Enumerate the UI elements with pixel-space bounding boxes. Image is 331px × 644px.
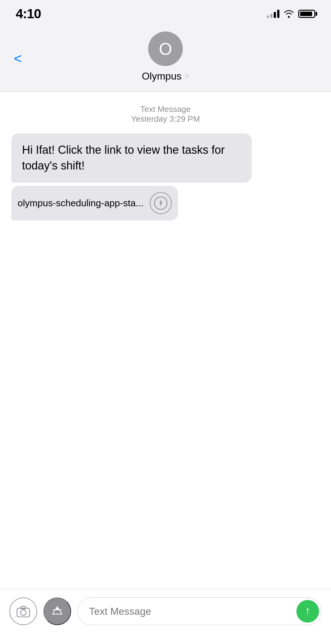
signal-icon — [267, 10, 279, 18]
compass-button[interactable] — [150, 192, 172, 214]
svg-rect-6 — [21, 606, 26, 609]
camera-icon — [16, 605, 30, 617]
message-bubble-text: Hi Ifat! Click the link to view the task… — [11, 133, 252, 183]
link-text[interactable]: olympus-scheduling-app-sta... — [18, 198, 143, 208]
messages-area: Text Message Yesterday 3:29 PM Hi Ifat! … — [0, 92, 331, 589]
message-timestamp: Text Message Yesterday 3:29 PM — [0, 92, 331, 133]
contact-name[interactable]: Olympus > — [142, 70, 189, 82]
message-bubble-link[interactable]: olympus-scheduling-app-sta... — [11, 186, 178, 220]
appstore-button[interactable] — [43, 597, 71, 625]
send-button[interactable]: ↑ — [296, 600, 319, 623]
status-bar: 4:10 — [0, 0, 331, 25]
status-icons — [267, 10, 315, 18]
input-bar: ↑ — [0, 589, 331, 644]
back-button[interactable]: < — [14, 52, 22, 65]
message-input[interactable] — [77, 597, 322, 625]
message-input-wrap: ↑ — [77, 597, 322, 625]
message-time-label: Yesterday 3:29 PM — [6, 114, 325, 124]
battery-icon — [298, 10, 315, 18]
nav-bar: < O Olympus > — [0, 25, 331, 92]
contact-info[interactable]: O Olympus > — [142, 31, 189, 82]
compass-icon — [154, 196, 168, 210]
wifi-icon — [284, 10, 294, 18]
svg-point-3 — [160, 202, 162, 204]
appstore-icon — [49, 603, 65, 619]
chevron-icon: > — [184, 71, 189, 81]
message-group: Hi Ifat! Click the link to view the task… — [0, 133, 331, 220]
svg-point-5 — [20, 610, 26, 615]
avatar: O — [148, 31, 183, 66]
camera-button[interactable] — [9, 597, 37, 625]
send-icon: ↑ — [305, 605, 311, 616]
status-time: 4:10 — [16, 6, 41, 21]
message-type-label: Text Message — [6, 104, 325, 114]
